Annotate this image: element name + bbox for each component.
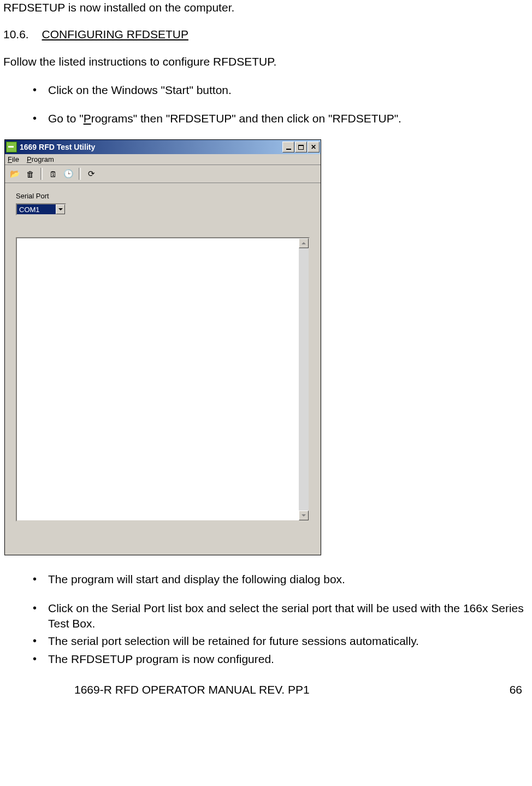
- section-heading: 10.6. CONFIGURING RFDSETUP: [3, 28, 529, 41]
- bullet-program-start: The program will start and display the f…: [33, 572, 529, 587]
- serial-port-combo[interactable]: COM1: [16, 203, 66, 215]
- titlebar[interactable]: 1669 RFD Test Utility: [5, 140, 321, 154]
- bullet-retained: The serial port selection will be retain…: [33, 634, 529, 649]
- menu-program[interactable]: Program: [27, 155, 54, 163]
- bullet-click-serial: Click on the Serial Port list box and se…: [33, 601, 529, 632]
- bullet-configured: The RFDSETUP program is now configured.: [33, 652, 529, 667]
- app-window: 1669 RFD Test Utility File Program 📂 🗑 🗓…: [4, 139, 321, 555]
- scroll-down-button[interactable]: [299, 511, 309, 520]
- maximize-button[interactable]: [295, 142, 307, 152]
- vertical-scrollbar[interactable]: [299, 238, 309, 520]
- section-number: 10.6.: [3, 28, 29, 41]
- bullet-start: Click on the Windows "Start" button.: [33, 83, 529, 98]
- intro-paragraph: RFDSETUP is now installed on the compute…: [3, 0, 529, 15]
- serial-port-value: COM1: [17, 204, 56, 214]
- minimize-button[interactable]: [282, 142, 294, 152]
- combo-dropdown-button[interactable]: [56, 204, 65, 214]
- footer-title: 1669-R RFD OPERATOR MANUAL REV. PP1: [74, 683, 310, 696]
- menubar: File Program: [5, 154, 321, 165]
- toolbar-refresh-icon[interactable]: ⟳: [85, 167, 98, 180]
- toolbar-separator: [40, 168, 43, 180]
- close-button[interactable]: [308, 142, 320, 152]
- scroll-up-button[interactable]: [299, 238, 309, 248]
- window-title: 1669 RFD Test Utility: [20, 143, 95, 151]
- toolbar-clock-icon[interactable]: 🕒: [62, 167, 75, 180]
- toolbar-separator: [79, 168, 81, 180]
- bullet-goto-programs: Go to "Programs" then "RFDSETUP" and the…: [33, 111, 529, 126]
- toolbar-open-icon[interactable]: 📂: [8, 167, 21, 180]
- log-panel: [16, 237, 310, 521]
- toolbar: 📂 🗑 🗓 🕒 ⟳: [5, 165, 321, 183]
- page-number: 66: [510, 683, 522, 696]
- serial-port-label: Serial Port: [16, 192, 310, 200]
- app-icon: [6, 142, 17, 152]
- follow-paragraph: Follow the listed instructions to config…: [3, 54, 529, 69]
- client-area: Serial Port COM1: [5, 183, 321, 555]
- toolbar-calendar-icon[interactable]: 🗓: [46, 167, 60, 180]
- toolbar-delete-icon[interactable]: 🗑: [23, 167, 37, 180]
- section-title: CONFIGURING RFDSETUP: [42, 28, 188, 40]
- menu-file[interactable]: File: [8, 155, 19, 163]
